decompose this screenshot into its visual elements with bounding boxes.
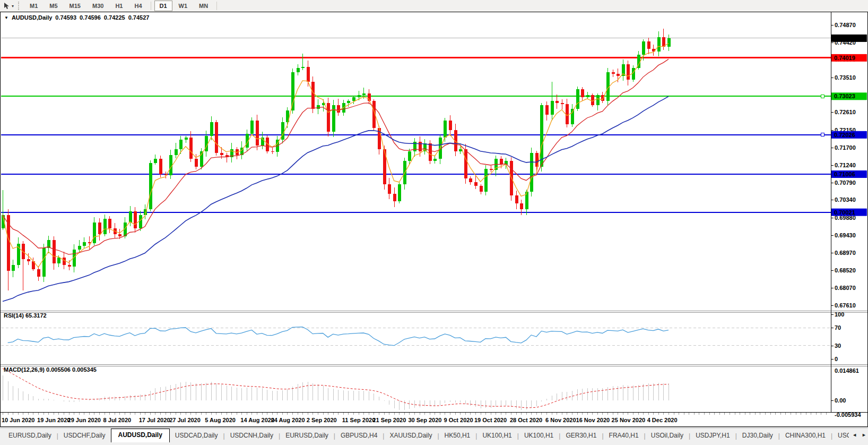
candle-body <box>612 72 615 74</box>
candle-body <box>215 122 218 153</box>
date-axis-label: 2 Sep 2020 <box>307 417 337 423</box>
timeframe-button-m1[interactable]: M1 <box>24 1 43 11</box>
price-axis-label: 0.71700 <box>835 144 856 151</box>
level-handle <box>821 133 824 136</box>
collapse-icon[interactable]: ▼ <box>4 15 8 20</box>
tabs-scroll-left-icon[interactable]: ◄ <box>852 432 857 438</box>
candle-body <box>358 95 361 97</box>
symbol-tab-usdcnh-daily[interactable]: USDCNH,Daily <box>225 430 279 442</box>
ohlc-high: 0.74596 <box>80 14 101 21</box>
timeframe-button-mn[interactable]: MN <box>194 1 213 11</box>
rsi-label: RSI(14) 65.3172 <box>4 312 47 319</box>
candle-body <box>57 258 60 263</box>
symbol-tab-audusd-daily[interactable]: AUDUSD,Daily <box>111 429 170 442</box>
timeframe-toolbar: ▾ M1M5M15M30H1H4D1W1MN <box>0 0 868 12</box>
mt4-terminal: { "toolbar": { "dropdown_caret": "▾", "t… <box>0 0 868 445</box>
candle-body <box>139 215 142 228</box>
candle-body <box>515 195 518 203</box>
candle-body <box>647 41 650 49</box>
symbol-tab-usoil-daily[interactable]: USOil,Daily <box>646 430 689 442</box>
date-axis-label: 21 Sep 2020 <box>372 417 406 423</box>
candle-body <box>301 67 305 68</box>
symbol-tab-china300-h1[interactable]: CHINA300,H1 <box>780 430 831 442</box>
date-axis-label: 25 Nov 2020 <box>612 417 646 423</box>
candle-body <box>250 121 254 134</box>
candle-body <box>571 109 574 124</box>
candle-body <box>78 246 81 250</box>
candle-body <box>12 265 15 271</box>
symbol-tabs-bar: EURUSD,Daily|USDCHF,DailyAUDUSD,DailyUSD… <box>0 427 868 442</box>
timeframe-button-h1[interactable]: H1 <box>110 1 128 11</box>
tabs-scroll-arrows: ◄ ► <box>849 432 866 438</box>
price-level-box-label: 0.74019 <box>834 55 855 61</box>
chevron-down-icon[interactable]: ▾ <box>12 4 14 8</box>
timeframe-button-m15[interactable]: M15 <box>64 1 86 11</box>
candle-body <box>108 219 111 228</box>
date-axis-label: 9 Oct 2020 <box>444 417 473 423</box>
candle-body <box>200 151 203 167</box>
candle-body <box>352 97 355 101</box>
price-axis-label: 0.68070 <box>835 285 856 291</box>
symbol-tab-hk50-h1[interactable]: HK50,H1 <box>439 430 476 442</box>
candle-body <box>129 211 132 223</box>
symbol-tab-uk100-h1[interactable]: UK100,H1 <box>519 430 559 442</box>
candle-body <box>93 222 96 243</box>
macd-axis-min-label: -0.005934 <box>835 412 861 418</box>
candle-body <box>627 64 630 80</box>
symbol-tab-usdjpy-h1[interactable]: USDJPY,H1 <box>690 430 735 442</box>
symbol-tab-usdcad-daily[interactable]: USDCAD,Daily <box>170 430 223 442</box>
timeframe-button-w1[interactable]: W1 <box>173 1 193 11</box>
tabs-scroll-right-icon[interactable]: ► <box>862 432 866 438</box>
candle-body <box>83 242 86 246</box>
symbol-tab-fra40-h1[interactable]: FRA40,H1 <box>604 430 644 442</box>
rsi-axis-label: 100 <box>835 311 844 318</box>
symbol-tab-gbpusd-h4[interactable]: GBPUSD,H4 <box>335 430 383 442</box>
candle-body <box>27 259 30 261</box>
date-axis-label: 24 Aug 2020 <box>271 417 305 423</box>
price-level-box-label: 0.70021 <box>834 209 855 216</box>
candle-body <box>464 149 467 178</box>
timeframe-button-m30[interactable]: M30 <box>87 1 109 11</box>
date-axis-label: 30 Sep 2020 <box>408 417 441 423</box>
candle-body <box>68 265 71 266</box>
date-axis-label: 17 Jul 2020 <box>139 417 170 423</box>
candle-body <box>429 143 432 161</box>
candle-body <box>601 95 604 101</box>
cursor-tool-button[interactable]: ▾ <box>0 1 16 11</box>
candle-body <box>37 269 40 277</box>
candle-body <box>332 105 335 132</box>
candle-body <box>195 159 198 167</box>
candle-body <box>362 93 366 96</box>
timeframe-button-m5[interactable]: M5 <box>44 1 63 11</box>
symbol-tab-eurusd-daily[interactable]: EURUSD,Daily <box>3 430 57 442</box>
candle-body <box>159 159 162 174</box>
timeframe-button-h4[interactable]: H4 <box>129 1 147 11</box>
candle-body <box>576 89 579 108</box>
symbol-tab-xauusd-daily[interactable]: XAUUSD,Daily <box>384 430 437 442</box>
price-axis-label: 0.73510 <box>835 74 856 81</box>
price-axis-label: 0.71240 <box>835 162 856 168</box>
price-axis-label: 0.70790 <box>835 179 856 186</box>
candle-body <box>220 153 223 155</box>
symbol-tab-ger30-h1[interactable]: GER30,H1 <box>560 430 602 442</box>
price-level-box-label: 0.71006 <box>834 171 855 177</box>
symbol-label: AUDUSD,Daily <box>12 14 52 21</box>
symbol-tab-uk100-h1[interactable]: UK100,H1 <box>477 430 517 442</box>
price-chart[interactable]: 0.748700.744200.739700.735100.730600.726… <box>0 12 868 427</box>
candle-body <box>596 95 600 105</box>
symbol-tabs: EURUSD,Daily|USDCHF,DailyAUDUSD,DailyUSD… <box>0 429 850 442</box>
timeframe-buttons: M1M5M15M30H1H4D1W1MN <box>24 1 220 11</box>
candle-body <box>642 41 645 55</box>
symbol-tab-dj30-daily[interactable]: DJ30,Daily <box>737 430 778 442</box>
symbol-tab-usoil-h[interactable]: USOil,H <box>832 430 850 442</box>
candle-body <box>581 89 584 97</box>
candle-body <box>540 105 543 167</box>
macd-label: MACD(12,26,9) 0.005506 0.005345 <box>4 366 97 373</box>
symbol-tab-usdchf-daily[interactable]: USDCHF,Daily <box>58 430 111 442</box>
symbol-tab-eurusd-daily[interactable]: EURUSD,Daily <box>280 430 334 442</box>
price-level-box-label: 0.74527 <box>834 35 855 41</box>
candle-body <box>118 234 121 236</box>
rsi-axis-label: 0 <box>835 356 838 362</box>
timeframe-button-d1[interactable]: D1 <box>154 1 172 11</box>
toolbar-grip[interactable] <box>18 2 20 10</box>
